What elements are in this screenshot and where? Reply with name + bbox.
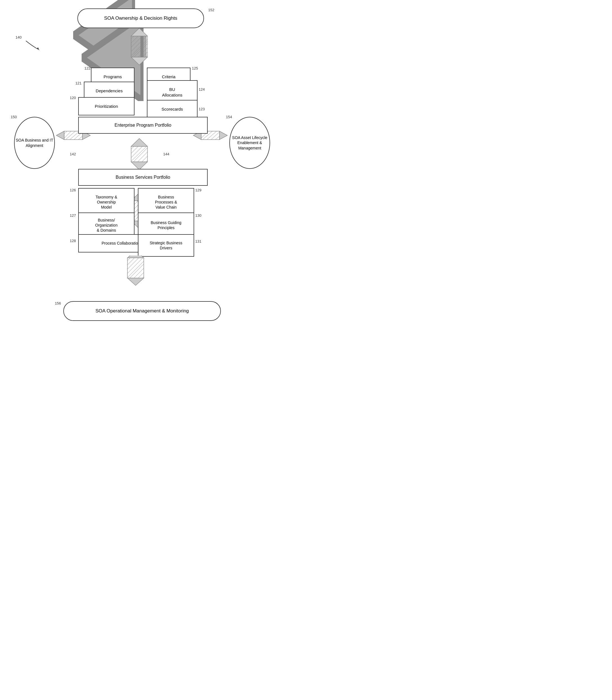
svg-line-10 <box>131 36 147 52</box>
svg-line-56 <box>142 156 148 162</box>
ref-154: 154 <box>226 115 232 119</box>
ref-140: 140 <box>15 35 22 39</box>
ref-142: 142 <box>70 152 76 156</box>
svg-line-11 <box>131 39 148 56</box>
ref-156: 156 <box>55 301 61 305</box>
svg-line-16 <box>146 56 148 57</box>
svg-line-33 <box>64 131 71 138</box>
soa-ownership-box: SOA Ownership & Decision Rights <box>78 9 204 28</box>
svg-marker-18 <box>131 57 148 65</box>
ref-128: 128 <box>70 239 76 243</box>
svg-line-62 <box>127 258 130 261</box>
svg-marker-48 <box>220 131 227 140</box>
ref-129: 129 <box>195 188 201 192</box>
diagram-container: 140 SOA Ownership & Decision Rights 152 … <box>0 0 295 338</box>
enterprise-program-box: Enterprise Program Portfolio <box>78 117 208 134</box>
soa-operational-box: SOA Operational Management & Monitoring <box>63 301 221 321</box>
svg-rect-61 <box>127 258 144 278</box>
svg-line-55 <box>138 152 148 162</box>
svg-line-34 <box>66 131 75 140</box>
svg-line-12 <box>132 41 148 57</box>
svg-line-65 <box>127 258 143 273</box>
svg-line-46 <box>215 136 220 140</box>
svg-rect-6 <box>131 36 148 57</box>
svg-line-13 <box>134 44 148 57</box>
svg-marker-59 <box>131 162 148 170</box>
svg-line-69 <box>138 273 144 278</box>
svg-marker-72 <box>127 278 144 285</box>
svg-marker-17 <box>131 28 148 36</box>
taxonomy-box: Taxonomy & Ownership Model <box>78 188 135 216</box>
ref-122: 122 <box>84 66 91 70</box>
svg-line-66 <box>127 261 144 277</box>
svg-line-51 <box>131 146 138 153</box>
svg-line-57 <box>146 161 148 162</box>
svg-line-44 <box>207 131 217 140</box>
ref-144: 144 <box>163 152 169 156</box>
svg-line-45 <box>211 132 220 140</box>
ref-121: 121 <box>75 81 82 85</box>
svg-rect-49 <box>131 146 148 162</box>
ref-126: 126 <box>70 188 76 192</box>
soa-business-box: SOA Business and IT Alignment <box>14 117 55 169</box>
svg-line-14 <box>138 48 148 57</box>
svg-line-70 <box>142 277 144 278</box>
ref-152: 152 <box>208 8 214 12</box>
svg-line-37 <box>78 136 82 140</box>
svg-line-9 <box>131 36 142 47</box>
ref-120: 120 <box>70 96 76 100</box>
ref-150: 150 <box>11 115 17 119</box>
prioritization-box: Prioritization <box>78 97 135 115</box>
svg-line-32 <box>64 131 67 134</box>
ref-130: 130 <box>195 214 201 218</box>
ref-123: 123 <box>199 107 205 111</box>
ref-125: 125 <box>192 66 198 70</box>
svg-line-63 <box>127 258 135 265</box>
svg-line-67 <box>130 264 144 278</box>
business-processes-box: Business Processes & Value Chain <box>138 188 194 216</box>
business-services-box: Business Services Portfolio <box>78 169 208 186</box>
svg-marker-58 <box>131 138 148 146</box>
svg-line-7 <box>131 36 134 39</box>
svg-line-64 <box>127 258 139 269</box>
strategic-drivers-box: Strategic Business Drivers <box>138 234 194 257</box>
svg-line-54 <box>134 148 148 162</box>
soa-asset-box: SOA Asset Lifecycle Enablement & Managem… <box>229 117 270 169</box>
svg-line-15 <box>142 52 148 57</box>
svg-line-50 <box>131 146 134 149</box>
bottom-arrow-svg <box>125 256 153 289</box>
svg-marker-60 <box>37 47 39 50</box>
svg-line-68 <box>134 268 144 278</box>
svg-line-8 <box>131 36 138 43</box>
svg-line-52 <box>131 146 142 157</box>
ref-124: 124 <box>199 87 205 92</box>
ref-131: 131 <box>195 239 201 244</box>
svg-marker-38 <box>56 131 64 140</box>
ref-127: 127 <box>70 214 76 218</box>
svg-line-53 <box>131 146 147 161</box>
scorecards-box: Scorecards <box>147 100 197 118</box>
